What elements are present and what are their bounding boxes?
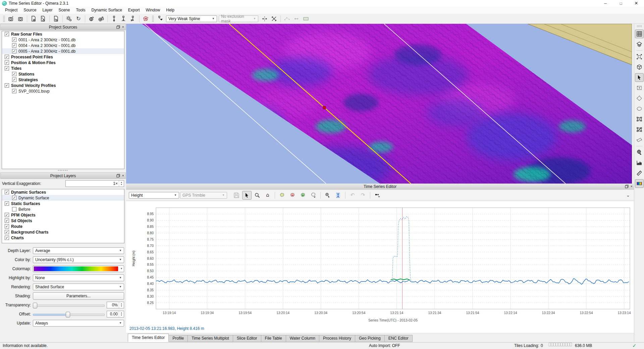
rendering-select[interactable]: Shaded Surface▼	[33, 284, 124, 290]
source-item[interactable]: ✓Processed Point Files	[2, 54, 124, 60]
home-view-icon[interactable]: ⌂	[263, 191, 272, 200]
slice-rotate-button[interactable]	[635, 136, 644, 144]
reject-selection-icon[interactable]	[288, 191, 297, 200]
scene-3d-view[interactable]	[126, 24, 632, 184]
vertical-exaggeration-input[interactable]: 1× ▲▼	[65, 180, 124, 187]
checkbox[interactable]: ✓	[5, 218, 9, 223]
menu-window[interactable]: Window	[143, 7, 163, 14]
shading-parameters-button[interactable]: Parameters...	[33, 292, 124, 300]
source-item[interactable]: ✓0004 - Area 2 300kHz - 0001.db	[2, 43, 124, 48]
view-3d-button[interactable]	[635, 63, 644, 71]
checkbox[interactable]	[12, 207, 16, 211]
svp-add-icon[interactable]	[110, 15, 118, 23]
add-processed-points-icon[interactable]	[39, 15, 47, 23]
transparency-spinbox[interactable]: 0% ▲▼	[107, 302, 124, 308]
checkbox[interactable]: ✓	[12, 49, 16, 53]
restore-selection-icon[interactable]	[298, 191, 308, 200]
slice-add-button[interactable]	[635, 115, 644, 123]
source-item[interactable]: ✓SVP_00001.bsvp	[2, 88, 124, 94]
surface-edit-icon[interactable]	[87, 15, 96, 23]
checkbox[interactable]: ✓	[12, 43, 16, 48]
float-panel-icon[interactable]	[116, 25, 120, 29]
zoom-extents-button[interactable]	[635, 52, 644, 61]
reprocess-icon[interactable]: ↻	[74, 15, 83, 23]
tab-enc-editor[interactable]: ENC Editor	[384, 335, 413, 342]
measure-tool-button[interactable]	[635, 169, 644, 178]
layer-item[interactable]: ✓Background Charts	[2, 229, 124, 235]
add-file-icon[interactable]	[52, 15, 60, 23]
accept-selection-icon[interactable]	[277, 191, 287, 200]
menu-source[interactable]: Source	[20, 7, 39, 14]
checkbox[interactable]: ✓	[12, 38, 16, 42]
menu-scene[interactable]: Scene	[55, 7, 73, 14]
select-rectangle-button[interactable]	[635, 84, 644, 92]
menu-tools[interactable]: Tools	[73, 7, 88, 14]
depth-layer-select[interactable]: Average▼	[33, 247, 124, 254]
tab-file-table[interactable]: File Table	[261, 335, 286, 342]
dock-grip[interactable]	[637, 25, 642, 27]
menu-help[interactable]: Help	[163, 7, 177, 14]
layer-item[interactable]: ✓Static Surfaces	[2, 201, 124, 206]
layer-item[interactable]: ✓Sd Objects	[2, 218, 124, 223]
checkbox[interactable]: ✓	[5, 60, 9, 65]
update-select[interactable]: Always▼	[33, 320, 124, 327]
surface-lock-icon[interactable]	[97, 15, 105, 23]
checkbox[interactable]: ✓	[5, 224, 9, 229]
menu-layer[interactable]: Layer	[39, 7, 55, 14]
select-polygon-button[interactable]	[635, 94, 644, 103]
float-panel-icon[interactable]	[116, 174, 120, 178]
geo-pick-button[interactable]	[635, 148, 644, 157]
layer-item[interactable]: Before	[2, 206, 124, 212]
source-item[interactable]: ✓Position & Motion Files	[2, 60, 124, 65]
layer-item[interactable]: ✓Charts	[2, 235, 124, 241]
tse-series-select[interactable]: Height▼	[129, 192, 179, 199]
tab-time-series-multiplot[interactable]: Time Series Multiplot	[187, 335, 233, 342]
checkbox[interactable]: ✓	[5, 201, 9, 206]
close-panel-icon[interactable]: ×	[631, 184, 633, 189]
snapshot-icon[interactable]	[16, 15, 25, 23]
checkbox[interactable]: ✓	[12, 72, 16, 76]
color-by-select[interactable]: Uncertainty (95% c.l.)▼	[33, 256, 124, 263]
spinner-buttons[interactable]: ▲▼	[119, 181, 124, 187]
exclusion-mask-icon[interactable]	[142, 15, 150, 23]
point-display-options-icon[interactable]	[373, 191, 382, 200]
clip-bounds-icon[interactable]	[260, 15, 269, 23]
source-item[interactable]: ✓Tides	[2, 65, 124, 71]
time-series-chart[interactable]: 8.958.908.858.808.758.708.658.608.558.50…	[126, 203, 634, 324]
source-item[interactable]: ✓Raw Sonar Files	[2, 31, 124, 37]
checkbox[interactable]: ✓	[5, 236, 9, 240]
checkbox[interactable]: ✓	[12, 78, 16, 82]
profile-tool-button[interactable]	[635, 158, 644, 167]
source-item[interactable]: ✓Strategies	[2, 77, 124, 83]
checkbox[interactable]: ✓	[5, 55, 9, 59]
checkbox[interactable]: ✓	[5, 190, 9, 194]
zoom-select-icon[interactable]	[323, 191, 332, 200]
processing-settings-icon[interactable]	[65, 15, 73, 23]
minimize-button[interactable]: ─	[598, 0, 613, 7]
layer-item[interactable]: ✓Dynamic Surface	[2, 195, 124, 201]
highlight-by-select[interactable]: None▼	[33, 275, 124, 281]
source-item[interactable]: ✓0001 - Area 2 300kHz - 0001.db	[2, 37, 124, 43]
layers-view-button[interactable]	[635, 40, 644, 49]
colormap-select[interactable]: ▼	[33, 265, 124, 272]
checkbox[interactable]: ✓	[12, 89, 16, 93]
maximize-button[interactable]: □	[613, 0, 629, 7]
checkbox[interactable]: ✓	[12, 196, 16, 200]
splice-lines-icon[interactable]	[270, 15, 278, 23]
source-item[interactable]: ✓0005 - Area 2 300kHz - 0001.db	[2, 48, 124, 54]
checkbox[interactable]: ✓	[5, 66, 9, 70]
float-panel-icon[interactable]	[625, 185, 629, 188]
zoom-tool-icon[interactable]	[253, 191, 262, 200]
snapshot-new-icon[interactable]	[7, 15, 15, 23]
layer-item[interactable]: ✓PFM Objects	[2, 212, 124, 218]
close-button[interactable]: ✕	[629, 0, 644, 7]
source-item[interactable]: ✓Stations	[2, 71, 124, 77]
collapse-toolbar-icon[interactable]: ⌄	[626, 193, 630, 198]
tab-geo-picking[interactable]: Geo Picking	[355, 335, 385, 342]
grid-view-button[interactable]	[635, 30, 644, 38]
layer-item[interactable]: ✓Route	[2, 223, 124, 229]
offset-spinbox[interactable]: 0.00 ▲▼	[107, 311, 124, 317]
add-raw-sonar-icon[interactable]	[29, 15, 38, 23]
tab-time-series-editor[interactable]: Time Series Editor	[128, 334, 169, 342]
menu-dynamic-surface[interactable]: Dynamic Surface	[88, 7, 125, 14]
